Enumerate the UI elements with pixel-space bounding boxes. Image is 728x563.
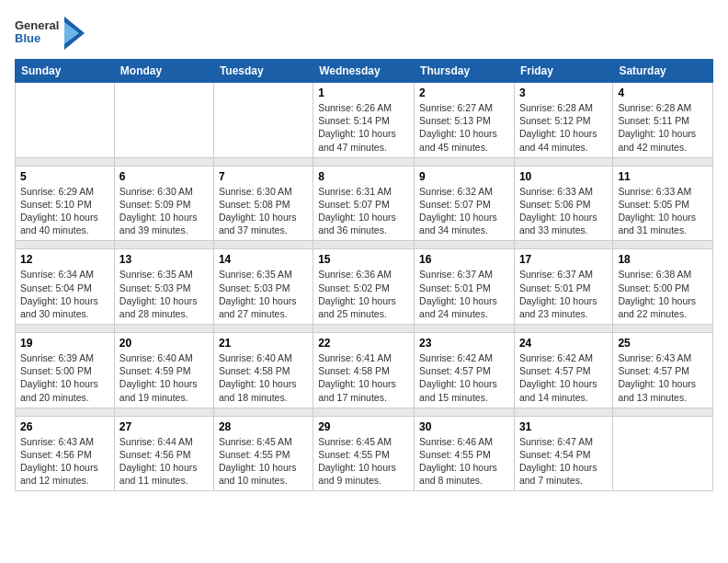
day-number: 8 xyxy=(318,170,409,183)
calendar-cell: 12Sunrise: 6:34 AM Sunset: 5:04 PM Dayli… xyxy=(16,249,115,325)
separator-cell xyxy=(514,157,612,166)
calendar-cell: 15Sunrise: 6:36 AM Sunset: 5:02 PM Dayli… xyxy=(313,249,415,325)
day-info: Sunrise: 6:47 AM Sunset: 4:54 PM Dayligh… xyxy=(519,435,608,488)
logo-arrow-icon xyxy=(64,17,85,50)
separator-cell xyxy=(213,408,313,416)
day-number: 14 xyxy=(219,253,308,266)
day-info: Sunrise: 6:45 AM Sunset: 4:55 PM Dayligh… xyxy=(219,435,308,488)
day-number: 2 xyxy=(419,86,509,99)
day-info: Sunrise: 6:34 AM Sunset: 5:04 PM Dayligh… xyxy=(20,268,109,320)
calendar-cell: 27Sunrise: 6:44 AM Sunset: 4:56 PM Dayli… xyxy=(114,416,213,491)
day-number: 22 xyxy=(318,337,409,350)
day-info: Sunrise: 6:39 AM Sunset: 5:00 PM Dayligh… xyxy=(20,351,109,404)
calendar-cell xyxy=(213,83,313,158)
day-header-saturday: Saturday xyxy=(613,60,713,83)
separator-cell xyxy=(213,241,313,249)
week-separator xyxy=(16,157,713,166)
day-info: Sunrise: 6:45 AM Sunset: 4:55 PM Dayligh… xyxy=(318,435,409,488)
separator-cell xyxy=(415,408,515,416)
separator-cell xyxy=(114,408,213,416)
day-info: Sunrise: 6:37 AM Sunset: 5:01 PM Dayligh… xyxy=(419,268,509,320)
week-separator xyxy=(16,408,713,416)
day-info: Sunrise: 6:32 AM Sunset: 5:07 PM Dayligh… xyxy=(419,185,509,237)
day-info: Sunrise: 6:36 AM Sunset: 5:02 PM Dayligh… xyxy=(318,268,409,320)
day-number: 1 xyxy=(318,86,409,99)
day-number: 18 xyxy=(618,253,708,266)
calendar-cell: 20Sunrise: 6:40 AM Sunset: 4:59 PM Dayli… xyxy=(114,333,213,408)
day-number: 15 xyxy=(318,253,409,266)
day-info: Sunrise: 6:28 AM Sunset: 5:11 PM Dayligh… xyxy=(618,101,708,154)
day-header-tuesday: Tuesday xyxy=(213,60,313,83)
logo: General Blue xyxy=(15,15,85,52)
separator-cell xyxy=(613,241,713,249)
separator-cell xyxy=(313,157,415,166)
day-info: Sunrise: 6:43 AM Sunset: 4:57 PM Dayligh… xyxy=(618,351,708,404)
day-info: Sunrise: 6:35 AM Sunset: 5:03 PM Dayligh… xyxy=(219,268,308,320)
calendar-cell: 18Sunrise: 6:38 AM Sunset: 5:00 PM Dayli… xyxy=(613,249,713,325)
calendar-cell xyxy=(613,416,713,491)
calendar-cell: 31Sunrise: 6:47 AM Sunset: 4:54 PM Dayli… xyxy=(514,416,612,491)
separator-cell xyxy=(16,408,115,416)
day-number: 13 xyxy=(119,253,209,266)
calendar-cell: 4Sunrise: 6:28 AM Sunset: 5:11 PM Daylig… xyxy=(613,83,713,158)
calendar-cell: 6Sunrise: 6:30 AM Sunset: 5:09 PM Daylig… xyxy=(114,166,213,241)
day-info: Sunrise: 6:41 AM Sunset: 4:58 PM Dayligh… xyxy=(318,351,409,404)
day-number: 24 xyxy=(519,337,608,350)
day-header-wednesday: Wednesday xyxy=(313,60,415,83)
day-number: 26 xyxy=(20,420,109,433)
separator-cell xyxy=(114,241,213,249)
day-info: Sunrise: 6:43 AM Sunset: 4:56 PM Dayligh… xyxy=(20,435,109,488)
day-number: 23 xyxy=(419,337,509,350)
calendar-cell: 3Sunrise: 6:28 AM Sunset: 5:12 PM Daylig… xyxy=(514,83,612,158)
day-info: Sunrise: 6:29 AM Sunset: 5:10 PM Dayligh… xyxy=(20,185,109,237)
separator-cell xyxy=(16,157,115,166)
day-info: Sunrise: 6:35 AM Sunset: 5:03 PM Dayligh… xyxy=(119,268,209,320)
separator-cell xyxy=(313,325,415,333)
day-info: Sunrise: 6:28 AM Sunset: 5:12 PM Dayligh… xyxy=(519,101,608,154)
calendar-cell: 25Sunrise: 6:43 AM Sunset: 4:57 PM Dayli… xyxy=(613,333,713,408)
calendar-week-row: 5Sunrise: 6:29 AM Sunset: 5:10 PM Daylig… xyxy=(16,166,713,241)
separator-cell xyxy=(16,325,115,333)
day-number: 21 xyxy=(219,337,308,350)
day-number: 19 xyxy=(20,337,109,350)
day-number: 31 xyxy=(519,420,608,433)
day-info: Sunrise: 6:44 AM Sunset: 4:56 PM Dayligh… xyxy=(119,435,209,488)
calendar-cell: 5Sunrise: 6:29 AM Sunset: 5:10 PM Daylig… xyxy=(16,166,115,241)
day-info: Sunrise: 6:42 AM Sunset: 4:57 PM Dayligh… xyxy=(419,351,509,404)
day-info: Sunrise: 6:46 AM Sunset: 4:55 PM Dayligh… xyxy=(419,435,509,488)
day-header-thursday: Thursday xyxy=(415,60,515,83)
separator-cell xyxy=(213,157,313,166)
day-info: Sunrise: 6:38 AM Sunset: 5:00 PM Dayligh… xyxy=(618,268,708,320)
day-number: 10 xyxy=(519,170,608,183)
day-info: Sunrise: 6:27 AM Sunset: 5:13 PM Dayligh… xyxy=(419,101,509,154)
separator-cell xyxy=(16,241,115,249)
separator-cell xyxy=(613,157,713,166)
calendar-cell: 24Sunrise: 6:42 AM Sunset: 4:57 PM Dayli… xyxy=(514,333,612,408)
calendar-cell: 13Sunrise: 6:35 AM Sunset: 5:03 PM Dayli… xyxy=(114,249,213,325)
day-header-monday: Monday xyxy=(114,60,213,83)
day-info: Sunrise: 6:40 AM Sunset: 4:58 PM Dayligh… xyxy=(219,351,308,404)
svg-text:Blue: Blue xyxy=(15,31,40,45)
day-number: 20 xyxy=(119,337,209,350)
separator-cell xyxy=(415,241,515,249)
separator-cell xyxy=(213,325,313,333)
day-info: Sunrise: 6:33 AM Sunset: 5:06 PM Dayligh… xyxy=(519,185,608,237)
separator-cell xyxy=(613,325,713,333)
day-info: Sunrise: 6:40 AM Sunset: 4:59 PM Dayligh… xyxy=(119,351,209,404)
page-header: General Blue xyxy=(15,15,713,52)
logo-svg: General Blue xyxy=(15,15,61,52)
separator-cell xyxy=(415,157,515,166)
calendar-cell: 9Sunrise: 6:32 AM Sunset: 5:07 PM Daylig… xyxy=(415,166,515,241)
day-number: 6 xyxy=(119,170,209,183)
day-number: 3 xyxy=(519,86,608,99)
day-number: 5 xyxy=(20,170,109,183)
week-separator xyxy=(16,325,713,333)
svg-text:General: General xyxy=(15,18,59,32)
separator-cell xyxy=(514,408,612,416)
day-info: Sunrise: 6:42 AM Sunset: 4:57 PM Dayligh… xyxy=(519,351,608,404)
calendar-header-row: SundayMondayTuesdayWednesdayThursdayFrid… xyxy=(16,60,713,83)
day-number: 12 xyxy=(20,253,109,266)
day-info: Sunrise: 6:26 AM Sunset: 5:14 PM Dayligh… xyxy=(318,101,409,154)
calendar-cell: 21Sunrise: 6:40 AM Sunset: 4:58 PM Dayli… xyxy=(213,333,313,408)
calendar-cell: 16Sunrise: 6:37 AM Sunset: 5:01 PM Dayli… xyxy=(415,249,515,325)
